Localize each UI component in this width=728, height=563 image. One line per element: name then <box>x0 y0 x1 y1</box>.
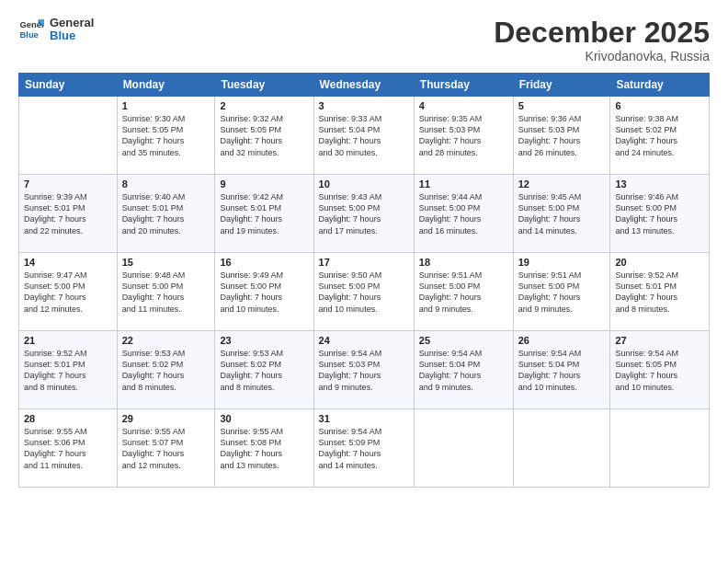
day-info: Sunrise: 9:50 AM Sunset: 5:00 PM Dayligh… <box>319 270 409 315</box>
table-row: 29Sunrise: 9:55 AM Sunset: 5:07 PM Dayli… <box>117 409 215 488</box>
day-info: Sunrise: 9:55 AM Sunset: 5:07 PM Dayligh… <box>122 426 210 471</box>
day-info: Sunrise: 9:40 AM Sunset: 5:01 PM Dayligh… <box>122 191 210 236</box>
day-info: Sunrise: 9:55 AM Sunset: 5:06 PM Dayligh… <box>24 426 112 471</box>
table-row: 7Sunrise: 9:39 AM Sunset: 5:01 PM Daylig… <box>19 175 118 253</box>
day-number: 24 <box>319 335 409 346</box>
day-number: 15 <box>122 257 210 268</box>
day-info: Sunrise: 9:52 AM Sunset: 5:01 PM Dayligh… <box>615 270 704 315</box>
day-info: Sunrise: 9:47 AM Sunset: 5:00 PM Dayligh… <box>24 270 112 315</box>
logo-line2: Blue <box>50 29 94 42</box>
day-info: Sunrise: 9:51 AM Sunset: 5:00 PM Dayligh… <box>419 270 508 315</box>
day-info: Sunrise: 9:54 AM Sunset: 5:05 PM Dayligh… <box>615 348 704 393</box>
col-tuesday: Tuesday <box>215 74 313 97</box>
day-info: Sunrise: 9:38 AM Sunset: 5:02 PM Dayligh… <box>615 113 704 158</box>
day-info: Sunrise: 9:46 AM Sunset: 5:00 PM Dayligh… <box>615 191 704 236</box>
calendar-week-row: 14Sunrise: 9:47 AM Sunset: 5:00 PM Dayli… <box>19 253 710 331</box>
table-row: 13Sunrise: 9:46 AM Sunset: 5:00 PM Dayli… <box>610 175 710 253</box>
calendar-week-row: 21Sunrise: 9:52 AM Sunset: 5:01 PM Dayli… <box>19 331 710 409</box>
logo-icon: General Blue <box>18 17 44 42</box>
day-number: 17 <box>319 257 409 268</box>
table-row: 15Sunrise: 9:48 AM Sunset: 5:00 PM Dayli… <box>117 253 215 331</box>
day-info: Sunrise: 9:48 AM Sunset: 5:00 PM Dayligh… <box>122 270 210 315</box>
day-number: 26 <box>518 335 606 346</box>
day-number: 5 <box>518 100 606 111</box>
day-info: Sunrise: 9:39 AM Sunset: 5:01 PM Dayligh… <box>24 191 112 236</box>
day-number: 12 <box>518 178 606 190</box>
day-number: 18 <box>419 257 508 268</box>
table-row: 23Sunrise: 9:53 AM Sunset: 5:02 PM Dayli… <box>215 331 313 409</box>
day-number: 25 <box>419 335 508 346</box>
calendar-week-row: 28Sunrise: 9:55 AM Sunset: 5:06 PM Dayli… <box>19 409 710 488</box>
day-number: 8 <box>122 178 210 190</box>
day-info: Sunrise: 9:36 AM Sunset: 5:03 PM Dayligh… <box>518 113 606 158</box>
logo-line1: General <box>50 17 94 29</box>
day-number: 21 <box>24 335 112 346</box>
svg-text:Blue: Blue <box>20 30 39 40</box>
col-thursday: Thursday <box>414 74 513 97</box>
table-row: 9Sunrise: 9:42 AM Sunset: 5:01 PM Daylig… <box>215 175 313 253</box>
col-friday: Friday <box>513 74 610 97</box>
table-row: 12Sunrise: 9:45 AM Sunset: 5:00 PM Dayli… <box>513 175 610 253</box>
table-row: 18Sunrise: 9:51 AM Sunset: 5:00 PM Dayli… <box>414 253 513 331</box>
col-wednesday: Wednesday <box>313 74 414 97</box>
day-number: 1 <box>122 100 210 111</box>
day-number: 14 <box>24 257 112 268</box>
day-info: Sunrise: 9:53 AM Sunset: 5:02 PM Dayligh… <box>220 348 308 393</box>
table-row: 10Sunrise: 9:43 AM Sunset: 5:00 PM Dayli… <box>313 175 414 253</box>
day-info: Sunrise: 9:54 AM Sunset: 5:04 PM Dayligh… <box>419 348 508 393</box>
day-info: Sunrise: 9:35 AM Sunset: 5:03 PM Dayligh… <box>419 113 508 158</box>
day-number: 9 <box>220 178 308 190</box>
day-info: Sunrise: 9:51 AM Sunset: 5:00 PM Dayligh… <box>518 270 606 315</box>
calendar-week-row: 1Sunrise: 9:30 AM Sunset: 5:05 PM Daylig… <box>19 97 710 175</box>
day-info: Sunrise: 9:54 AM Sunset: 5:03 PM Dayligh… <box>319 348 409 393</box>
title-block: December 2025 Krivodanovka, Russia <box>494 17 710 63</box>
day-number: 28 <box>24 413 112 424</box>
day-info: Sunrise: 9:42 AM Sunset: 5:01 PM Dayligh… <box>220 191 308 236</box>
table-row: 25Sunrise: 9:54 AM Sunset: 5:04 PM Dayli… <box>414 331 513 409</box>
day-info: Sunrise: 9:44 AM Sunset: 5:00 PM Dayligh… <box>419 191 508 236</box>
col-sunday: Sunday <box>19 74 118 97</box>
table-row: 11Sunrise: 9:44 AM Sunset: 5:00 PM Dayli… <box>414 175 513 253</box>
logo: General Blue General Blue <box>18 17 94 43</box>
table-row: 3Sunrise: 9:33 AM Sunset: 5:04 PM Daylig… <box>313 97 414 175</box>
table-row: 14Sunrise: 9:47 AM Sunset: 5:00 PM Dayli… <box>19 253 118 331</box>
day-number: 11 <box>419 178 508 190</box>
day-number: 4 <box>419 100 508 111</box>
table-row: 4Sunrise: 9:35 AM Sunset: 5:03 PM Daylig… <box>414 97 513 175</box>
day-info: Sunrise: 9:54 AM Sunset: 5:09 PM Dayligh… <box>319 426 409 471</box>
table-row: 21Sunrise: 9:52 AM Sunset: 5:01 PM Dayli… <box>19 331 118 409</box>
day-info: Sunrise: 9:32 AM Sunset: 5:05 PM Dayligh… <box>220 113 308 158</box>
table-row: 17Sunrise: 9:50 AM Sunset: 5:00 PM Dayli… <box>313 253 414 331</box>
day-number: 29 <box>122 413 210 424</box>
table-row: 1Sunrise: 9:30 AM Sunset: 5:05 PM Daylig… <box>117 97 215 175</box>
table-row: 22Sunrise: 9:53 AM Sunset: 5:02 PM Dayli… <box>117 331 215 409</box>
day-info: Sunrise: 9:49 AM Sunset: 5:00 PM Dayligh… <box>220 270 308 315</box>
table-row: 19Sunrise: 9:51 AM Sunset: 5:00 PM Dayli… <box>513 253 610 331</box>
day-number: 20 <box>615 257 704 268</box>
calendar-week-row: 7Sunrise: 9:39 AM Sunset: 5:01 PM Daylig… <box>19 175 710 253</box>
table-row: 24Sunrise: 9:54 AM Sunset: 5:03 PM Dayli… <box>313 331 414 409</box>
day-number: 22 <box>122 335 210 346</box>
table-row: 20Sunrise: 9:52 AM Sunset: 5:01 PM Dayli… <box>610 253 710 331</box>
location-subtitle: Krivodanovka, Russia <box>494 49 710 63</box>
day-number: 7 <box>24 178 112 190</box>
table-row: 26Sunrise: 9:54 AM Sunset: 5:04 PM Dayli… <box>513 331 610 409</box>
header: General Blue General Blue December 2025 … <box>18 17 710 63</box>
table-row <box>513 409 610 488</box>
table-row: 2Sunrise: 9:32 AM Sunset: 5:05 PM Daylig… <box>215 97 313 175</box>
day-number: 19 <box>518 257 606 268</box>
table-row: 30Sunrise: 9:55 AM Sunset: 5:08 PM Dayli… <box>215 409 313 488</box>
day-number: 3 <box>319 100 409 111</box>
day-info: Sunrise: 9:55 AM Sunset: 5:08 PM Dayligh… <box>220 426 308 471</box>
day-number: 2 <box>220 100 308 111</box>
table-row: 6Sunrise: 9:38 AM Sunset: 5:02 PM Daylig… <box>610 97 710 175</box>
day-info: Sunrise: 9:54 AM Sunset: 5:04 PM Dayligh… <box>518 348 606 393</box>
table-row <box>19 97 118 175</box>
day-number: 10 <box>319 178 409 190</box>
table-row <box>414 409 513 488</box>
day-info: Sunrise: 9:43 AM Sunset: 5:00 PM Dayligh… <box>319 191 409 236</box>
table-row: 31Sunrise: 9:54 AM Sunset: 5:09 PM Dayli… <box>313 409 414 488</box>
day-number: 27 <box>615 335 704 346</box>
table-row: 8Sunrise: 9:40 AM Sunset: 5:01 PM Daylig… <box>117 175 215 253</box>
calendar-table: Sunday Monday Tuesday Wednesday Thursday… <box>18 73 710 488</box>
